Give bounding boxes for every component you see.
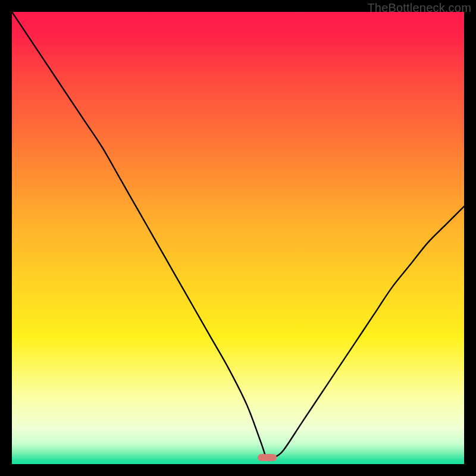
watermark-text: TheBottleneck.com bbox=[367, 1, 471, 15]
optimal-marker bbox=[258, 454, 277, 461]
bottleneck-curve bbox=[12, 12, 464, 464]
chart-frame: TheBottleneck.com bbox=[0, 0, 476, 476]
plot-area bbox=[12, 12, 464, 464]
